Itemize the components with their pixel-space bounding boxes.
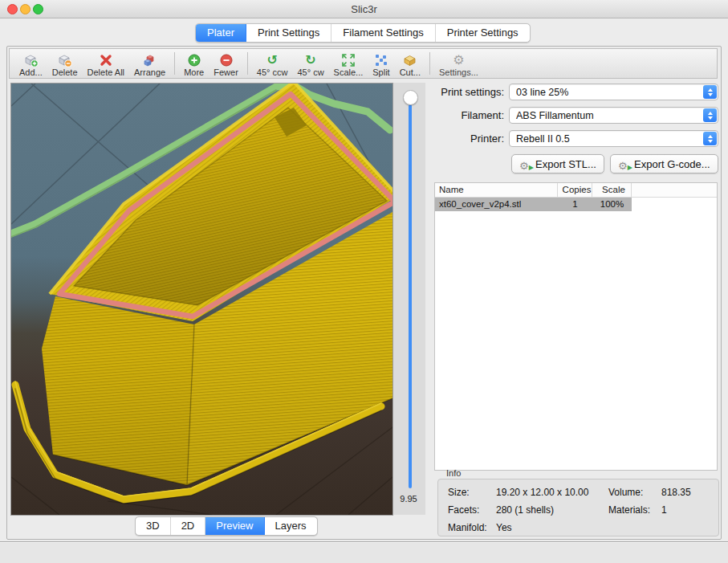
cell-scale: 100% — [592, 198, 632, 211]
materials-value: 1 — [661, 504, 667, 516]
chevron-up-down-icon — [703, 108, 717, 122]
scale-arrows-icon — [340, 53, 356, 67]
delete-all-button[interactable]: Delete All — [83, 50, 129, 77]
printer-row: Printer: Rebell II 0.5 — [433, 130, 718, 147]
layer-slider-knob[interactable] — [403, 90, 418, 105]
filament-select[interactable]: ABS Fillamentum — [509, 107, 718, 124]
tab-3d[interactable]: 3D — [136, 517, 171, 535]
red-minus-circle-icon — [218, 53, 234, 67]
window-title: Slic3r — [0, 3, 728, 15]
printer-label: Printer: — [433, 133, 504, 145]
cell-name: xt60_cover_v2p4.stl — [435, 198, 558, 211]
column-header-scale[interactable]: Scale — [592, 183, 632, 197]
volume-value: 818.35 — [661, 487, 691, 498]
export-stl-button[interactable]: ⚙▶ Export STL... — [511, 154, 604, 173]
export-gear-icon: ⚙▶ — [618, 158, 630, 170]
cut-button[interactable]: Cut... — [395, 50, 425, 77]
print-settings-value: 03 line 25% — [516, 87, 568, 98]
rotate-ccw-button[interactable]: ↺ 45° ccw — [252, 50, 293, 77]
volume-label: Volume: — [608, 487, 643, 498]
red-x-icon — [98, 53, 114, 67]
tab-printer-settings[interactable]: Printer Settings — [436, 24, 530, 42]
tab-preview[interactable]: Preview — [205, 517, 264, 535]
gear-icon: ⚙ — [450, 53, 466, 67]
toolbar-label: Scale... — [334, 67, 364, 77]
main-tabbar: Plater Print Settings Filament Settings … — [195, 23, 531, 43]
layer-slider-track[interactable] — [409, 104, 412, 488]
title-bar: Slic3r — [0, 0, 728, 18]
export-gear-icon: ⚙▶ — [519, 158, 531, 170]
column-header-copies[interactable]: Copies — [558, 183, 592, 197]
rotate-cw-button[interactable]: ↻ 45° cw — [292, 50, 328, 77]
toolbar-label: Delete All — [87, 67, 124, 77]
column-header-name[interactable]: Name — [435, 183, 558, 197]
toolbar-label: 45° cw — [297, 67, 323, 77]
view-mode-tabs: 3D 2D Preview Layers — [135, 516, 318, 536]
size-label: Size: — [448, 487, 470, 498]
print-settings-label: Print settings: — [433, 86, 504, 98]
export-gcode-button[interactable]: ⚙▶ Export G-code... — [610, 154, 718, 173]
toolbar-label: Cut... — [400, 67, 421, 77]
table-row[interactable]: xt60_cover_v2p4.stl 1 100% — [435, 198, 632, 211]
fewer-button[interactable]: Fewer — [209, 50, 243, 77]
materials-label: Materials: — [608, 504, 650, 516]
settings-button[interactable]: ⚙ Settings... — [434, 50, 483, 77]
toolbar-label: Settings... — [439, 67, 478, 77]
cut-box-icon — [402, 53, 418, 67]
toolbar: Add... Delete Delete All — [9, 48, 718, 79]
info-group-title: Info — [446, 468, 461, 478]
cell-copies: 1 — [558, 198, 592, 211]
print-settings-row: Print settings: 03 line 25% — [433, 84, 718, 100]
toolbar-label: Arrange — [134, 67, 165, 77]
filament-label: Filament: — [433, 109, 504, 121]
layer-slider-value: 9.95 — [392, 494, 425, 504]
chevron-up-down-icon — [703, 85, 717, 99]
toolbar-label: 45° ccw — [257, 67, 288, 77]
facets-label: Facets: — [448, 504, 479, 516]
split-dots-icon — [373, 53, 389, 67]
export-stl-label: Export STL... — [535, 158, 596, 170]
add-button[interactable]: Add... — [14, 50, 47, 77]
arrange-button[interactable]: Arrange — [129, 50, 170, 77]
scale-button[interactable]: Scale... — [329, 50, 368, 77]
table-header: Name Copies Scale — [435, 183, 717, 198]
toolbar-label: More — [184, 67, 204, 77]
export-gcode-label: Export G-code... — [634, 158, 710, 170]
delete-button[interactable]: Delete — [47, 50, 83, 77]
objects-table: Name Copies Scale xt60_cover_v2p4.stl 1 … — [434, 182, 718, 471]
split-button[interactable]: Split — [368, 50, 394, 77]
toolbar-separator — [174, 52, 175, 75]
rotate-ccw-icon: ↺ — [264, 53, 280, 67]
toolbar-separator — [247, 52, 248, 75]
toolbar-label: Fewer — [214, 67, 238, 77]
filament-row: Filament: ABS Fillamentum — [433, 107, 718, 124]
rotate-cw-icon: ↻ — [303, 53, 319, 67]
filament-value: ABS Fillamentum — [516, 110, 594, 121]
toolbar-label: Add... — [19, 67, 43, 77]
size-value: 19.20 x 12.00 x 10.00 — [496, 487, 588, 498]
box-minus-icon — [57, 53, 73, 67]
more-button[interactable]: More — [179, 50, 209, 77]
printer-value: Rebell II 0.5 — [516, 133, 570, 145]
facets-value: 280 (1 shells) — [496, 504, 554, 516]
manifold-label: Manifold: — [448, 522, 487, 533]
status-bar — [0, 542, 728, 563]
toolbar-separator — [429, 52, 430, 75]
tab-layers[interactable]: Layers — [265, 517, 317, 535]
info-group-box: Size: 19.20 x 12.00 x 10.00 Volume: 818.… — [437, 479, 719, 536]
print-settings-select[interactable]: 03 line 25% — [509, 84, 718, 100]
manifold-value: Yes — [496, 522, 512, 533]
toolbar-label: Split — [372, 67, 389, 77]
tab-filament-settings[interactable]: Filament Settings — [331, 24, 435, 42]
tab-print-settings[interactable]: Print Settings — [246, 24, 331, 42]
cubes-icon — [142, 53, 158, 67]
printer-select[interactable]: Rebell II 0.5 — [509, 130, 718, 147]
tab-2d[interactable]: 2D — [171, 517, 206, 535]
toolbar-label: Delete — [52, 67, 78, 77]
tab-plater[interactable]: Plater — [196, 24, 246, 42]
box-plus-icon — [22, 53, 39, 67]
green-plus-circle-icon — [186, 53, 202, 67]
3d-preview-canvas[interactable] — [10, 83, 393, 516]
chevron-up-down-icon — [703, 132, 717, 145]
